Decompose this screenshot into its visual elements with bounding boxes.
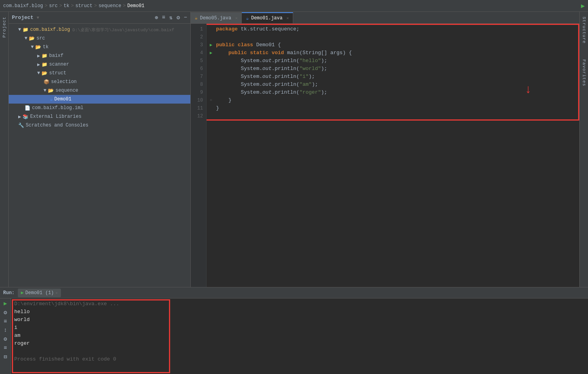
token-kw: public: [216, 41, 235, 49]
tree-label-selection: selection: [51, 79, 77, 85]
folder-icon-root: 📁: [23, 27, 28, 33]
breadcrumb-sep-5: >: [123, 3, 125, 9]
project-panel-title: Project: [12, 15, 34, 21]
tree-item-sequence[interactable]: ▼ 📂 sequence: [9, 86, 190, 95]
build-icon[interactable]: ⚙: [4, 309, 7, 316]
editor-container: ☕ Demo05.java ✕ ☕ Demo01.java ✕ 1 2 3 4 …: [191, 12, 579, 287]
scanner-icon: 📁: [42, 62, 47, 68]
tab-demo05[interactable]: ☕ Demo05.java ✕: [191, 12, 242, 23]
tree-item-scanner[interactable]: ▶ 📁 scanner: [9, 60, 190, 69]
output-line-7: [14, 348, 585, 355]
tk-icon: 📂: [35, 44, 41, 50]
sync-icon[interactable]: ⊕: [155, 14, 158, 21]
top-breadcrumb-bar: com.baixf.blog > src > tk > struct > seq…: [0, 0, 588, 12]
tree-label-sequence: sequence: [55, 88, 78, 93]
extlibs-icon: 📚: [23, 114, 28, 120]
tree-label-baixf: baixf: [49, 53, 63, 59]
gutter-3: ▶: [210, 41, 216, 49]
run-icon[interactable]: ▶: [581, 2, 585, 10]
folder-closed-icon-extlibs: ▶: [18, 114, 21, 120]
code-line-3: ▶ public class Demo01 {: [210, 41, 576, 49]
tree-item-root[interactable]: ▼ 📁 com.baixf.blog D:\桌面\寒假学习\Java\javas…: [9, 25, 190, 34]
struct-icon: 📂: [42, 70, 47, 76]
breadcrumb-sep-2: >: [59, 3, 62, 9]
collapse-icon[interactable]: ≡: [162, 14, 165, 21]
tree-label-struct: struct: [49, 70, 66, 76]
token-kw: class: [238, 41, 253, 49]
run-tab-close[interactable]: ✕: [55, 291, 58, 295]
line-num-12: 12: [191, 112, 206, 120]
code-editor[interactable]: ↓ package tk.struct.sequence; ▶ public c…: [207, 24, 579, 287]
tree-label-root: com.baixf.blog: [30, 27, 70, 32]
sort-icon[interactable]: ⇅: [169, 14, 173, 21]
settings2-icon[interactable]: ⚙: [4, 336, 7, 342]
line-num-7: 7: [191, 73, 206, 81]
line-num-11: 11: [191, 104, 206, 112]
gutter-4: ▶: [210, 49, 216, 57]
settings-icon[interactable]: ⚙: [176, 14, 180, 21]
run-label: Run:: [3, 290, 15, 296]
tree-item-scratches[interactable]: 🔧 Scratches and Consoles: [9, 121, 190, 130]
list-icon[interactable]: ≡: [4, 318, 7, 325]
project-dropdown-arrow[interactable]: ▼: [37, 15, 40, 20]
line-num-2: 2: [191, 33, 206, 41]
delete-icon[interactable]: ⊟: [4, 353, 7, 360]
filter-icon[interactable]: ≡: [4, 345, 7, 351]
sequence-icon: 📂: [48, 88, 54, 94]
code-line-9: System.out.println("roger");: [210, 89, 576, 96]
java-file-icon-demo01: ☕: [50, 96, 53, 102]
tab-close-demo01[interactable]: ✕: [286, 16, 289, 21]
code-line-10: ○ }: [210, 96, 576, 104]
tree-item-src[interactable]: ▼ 📂 src: [9, 34, 190, 43]
tree-item-selection[interactable]: 📦 selection: [9, 77, 190, 86]
tab-close-demo05[interactable]: ✕: [235, 16, 237, 21]
tab-demo01[interactable]: ☕ Demo01.java ✕: [242, 12, 293, 23]
tree-label-demo01: Demo01: [54, 96, 71, 102]
folder-closed-icon-scanner: ▶: [37, 62, 40, 68]
scratches-icon: 🔧: [18, 123, 24, 128]
folder-open-icon: ▼: [18, 27, 21, 32]
src-icon: 📂: [29, 36, 35, 42]
breadcrumb-item-6[interactable]: Demo01: [127, 3, 144, 9]
play-button[interactable]: ▶: [4, 300, 7, 307]
token-kw: package: [216, 25, 238, 33]
minimize-icon[interactable]: −: [184, 14, 187, 21]
code-line-5: System.out.println("hello");: [210, 57, 576, 65]
breadcrumb-sep-1: >: [45, 3, 47, 9]
tree-item-ext-libs[interactable]: ▶ 📚 External Libraries: [9, 112, 190, 121]
favorites-label: Favorites: [582, 59, 586, 86]
breadcrumb-item-1[interactable]: com.baixf.blog: [3, 3, 43, 9]
code-line-12: [210, 112, 576, 120]
token-kw: public: [228, 49, 247, 57]
folder-open-icon-struct: ▼: [37, 70, 40, 76]
breadcrumb-item-5[interactable]: sequence: [99, 3, 121, 9]
structure-label: Structure: [582, 17, 586, 43]
run-tab-demo01[interactable]: ▶ Demo01 (1) ✕: [18, 289, 61, 297]
left-sidebar-strip: Project: [0, 12, 9, 287]
folder-open-icon-sequence: ▼: [44, 88, 46, 93]
tree-label-tk: tk: [43, 44, 48, 50]
main-area: Project Project ▼ ⊕ ≡ ⇅ ⚙ − ▼ 📁 com.baix…: [0, 12, 588, 287]
breadcrumb-item-2[interactable]: src: [49, 3, 58, 9]
line-numbers: 1 2 3 4 5 6 7 8 9 10 11 12: [191, 24, 207, 287]
breadcrumb: com.baixf.blog > src > tk > struct > seq…: [3, 3, 144, 9]
run-content: ▶ ⚙ ≡ ↕ ⚙ ≡ ⊟ D:\envirment\jdk8\bin\java…: [0, 298, 588, 374]
java-icon-demo05: ☕: [195, 15, 197, 21]
tree-item-demo01[interactable]: ☕ Demo01: [9, 95, 190, 104]
breadcrumb-item-4[interactable]: struct: [75, 3, 92, 9]
breadcrumb-sep-3: >: [71, 3, 74, 9]
folder-open-icon-tk: ▼: [31, 44, 34, 50]
output-line-5: am: [14, 332, 585, 340]
tree-item-struct[interactable]: ▼ 📂 struct: [9, 69, 190, 77]
tree-item-baixf[interactable]: ▶ 📁 baixf: [9, 51, 190, 60]
panel-icons: ⊕ ≡ ⇅ ⚙ −: [155, 14, 187, 21]
expand-icon[interactable]: ↕: [4, 327, 7, 333]
breadcrumb-item-3[interactable]: tk: [64, 3, 69, 9]
tree-item-iml[interactable]: 📄 com.baixf.blog.iml: [9, 104, 190, 112]
tree-label-iml: com.baixf.blog.iml: [32, 105, 83, 111]
output-line-1: D:\envirment\jdk8\bin\java.exe ...: [14, 300, 585, 308]
tree-item-tk[interactable]: ▼ 📂 tk: [9, 43, 190, 51]
run-controls: ▶ ⚙ ≡ ↕ ⚙ ≡ ⊟: [0, 298, 11, 374]
line-num-5: 5: [191, 57, 206, 65]
code-line-6: System.out.println("world");: [210, 65, 576, 73]
